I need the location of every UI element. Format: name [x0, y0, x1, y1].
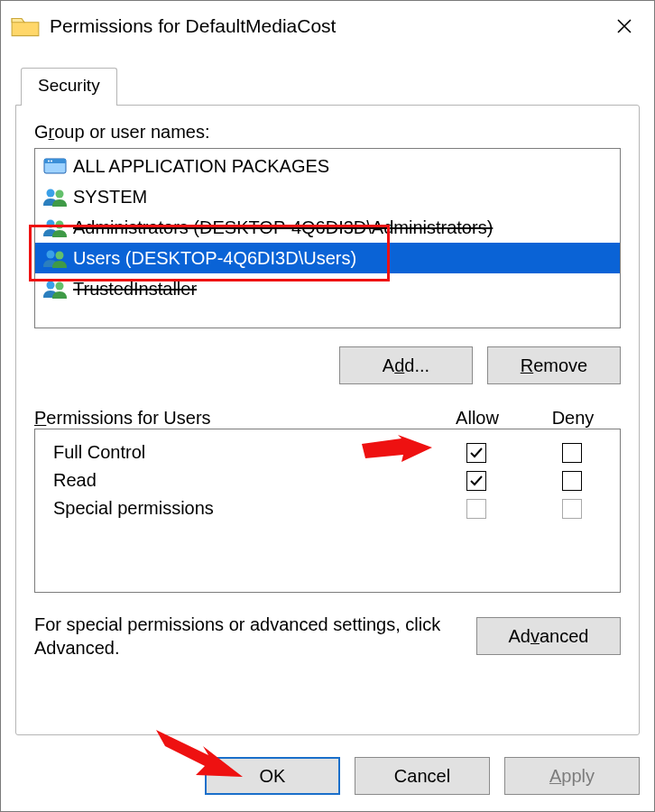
tab-security[interactable]: Security: [21, 68, 117, 106]
folder-icon: [10, 11, 41, 42]
allow-checkbox: [466, 499, 486, 519]
permission-row: Read: [35, 466, 620, 494]
permission-label: Full Control: [53, 442, 429, 463]
cancel-button[interactable]: Cancel: [355, 757, 490, 795]
svg-rect-1: [44, 159, 66, 163]
principal-label: Administrators (DESKTOP-4Q6DI3D\Administ…: [73, 217, 493, 238]
ok-button[interactable]: OK: [205, 757, 340, 795]
group-names-label: Group or user names:: [34, 122, 621, 143]
principal-label: SYSTEM: [73, 187, 147, 208]
tabpanel-security: Group or user names: ALL APPLICATION PAC…: [15, 105, 640, 735]
remove-button[interactable]: Remove: [487, 346, 621, 384]
svg-point-5: [56, 190, 64, 198]
principal-row[interactable]: SYSTEM: [35, 181, 620, 212]
group-icon: [42, 217, 68, 238]
package-icon: [42, 155, 68, 177]
principal-row[interactable]: TrustedInstaller: [35, 273, 620, 304]
add-button[interactable]: Add...: [339, 346, 473, 384]
column-deny: Deny: [525, 408, 621, 429]
column-allow: Allow: [429, 408, 525, 429]
svg-point-11: [56, 282, 64, 291]
svg-point-8: [47, 251, 55, 259]
svg-point-7: [56, 221, 64, 229]
deny-checkbox[interactable]: [562, 443, 582, 463]
permission-label: Special permissions: [53, 498, 429, 519]
svg-point-3: [51, 161, 52, 162]
svg-point-6: [47, 220, 55, 228]
permissions-list: Full ControlReadSpecial permissions: [34, 429, 621, 593]
principal-label: TrustedInstaller: [73, 279, 197, 300]
permission-row: Special permissions: [35, 494, 620, 522]
deny-checkbox[interactable]: [562, 471, 582, 491]
apply-button[interactable]: Apply: [504, 757, 640, 795]
advanced-hint-text: For special permissions or advanced sett…: [34, 613, 464, 660]
svg-point-4: [47, 189, 55, 198]
permission-label: Read: [53, 470, 429, 491]
svg-point-9: [56, 252, 64, 260]
group-icon: [42, 247, 68, 269]
principal-row[interactable]: Users (DESKTOP-4Q6DI3D\Users): [35, 243, 620, 273]
window-title: Permissions for DefaultMediaCost: [50, 15, 600, 37]
dialog-body: Security Group or user names: ALL APPLIC…: [1, 51, 654, 743]
titlebar: Permissions for DefaultMediaCost: [1, 1, 654, 51]
permissions-dialog: Permissions for DefaultMediaCost Securit…: [0, 0, 655, 812]
svg-point-2: [48, 161, 50, 162]
svg-point-10: [47, 281, 55, 290]
permission-row: Full Control: [35, 438, 620, 466]
principal-row[interactable]: ALL APPLICATION PACKAGES: [35, 151, 620, 181]
permissions-header: Permissions for Users Allow Deny: [34, 408, 621, 429]
tabstrip: Security: [15, 68, 640, 106]
advanced-button[interactable]: Advanced: [476, 617, 621, 655]
group-icon: [42, 186, 68, 208]
allow-checkbox[interactable]: [466, 471, 486, 491]
principal-label: ALL APPLICATION PACKAGES: [73, 156, 329, 177]
allow-checkbox[interactable]: [466, 443, 486, 463]
close-button[interactable]: [600, 6, 649, 46]
dialog-button-row: OK Cancel Apply: [1, 743, 654, 811]
group-icon: [42, 278, 68, 300]
principal-label: Users (DESKTOP-4Q6DI3D\Users): [73, 248, 356, 269]
principals-listbox[interactable]: ALL APPLICATION PACKAGESSYSTEMAdministra…: [34, 148, 621, 328]
principal-row[interactable]: Administrators (DESKTOP-4Q6DI3D\Administ…: [35, 212, 620, 243]
deny-checkbox: [562, 499, 582, 519]
